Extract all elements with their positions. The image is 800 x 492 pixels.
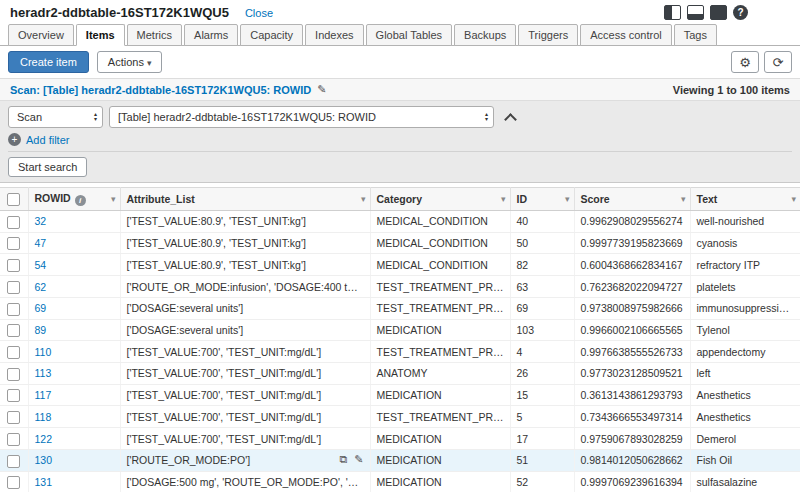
row-checkbox-cell [0,276,28,298]
rowid-link[interactable]: 130 [35,454,53,466]
rowid-cell: 89 [28,319,120,341]
column-header-category[interactable]: Category▾ [370,188,510,211]
copy-icon[interactable]: ⧉ [339,453,347,465]
row-checkbox-cell [0,297,28,319]
refresh-button[interactable]: ⟳ [764,51,792,73]
split-panel-icon[interactable] [664,5,681,20]
items-table: ROWIDi▾ Attribute_List▾ Category▾ ID▾ Sc… [0,187,800,492]
tab-tags[interactable]: Tags [674,24,717,46]
tab-global-tables[interactable]: Global Tables [366,24,452,46]
column-caret-icon: ▾ [111,194,116,204]
rowid-link[interactable]: 47 [35,237,47,249]
edit-pencil-icon[interactable]: ✎ [354,453,363,465]
table-row[interactable]: 110['TEST_VALUE:700', 'TEST_UNIT:mg/dL']… [0,341,800,363]
rowid-link[interactable]: 54 [35,259,47,271]
text-cell: appendectomy [690,341,800,363]
row-checkbox[interactable] [7,411,20,424]
rowid-link[interactable]: 117 [35,389,52,401]
rowid-link[interactable]: 69 [35,302,47,314]
attribute-list-value: ['ROUTE_OR_MODE:PO'] [127,454,251,466]
help-icon[interactable]: ? [733,5,748,20]
rowid-link[interactable]: 122 [35,433,53,445]
start-search-button[interactable]: Start search [8,157,87,177]
bottom-panel-icon[interactable] [687,5,704,20]
table-row[interactable]: 113['TEST_VALUE:700', 'TEST_UNIT:mg/dL']… [0,363,800,385]
id-cell: 52 [510,471,574,492]
create-item-button[interactable]: Create item [8,51,89,73]
tab-backups[interactable]: Backups [454,24,516,46]
text-cell: well-nourished [690,211,800,233]
row-checkbox[interactable] [7,324,20,337]
column-header-score[interactable]: Score▾ [574,188,690,211]
table-row[interactable]: 131['DOSAGE:500 mg', 'ROUTE_OR_MODE:PO',… [0,471,800,492]
row-checkbox[interactable] [7,368,20,381]
table-row[interactable]: 62['ROUTE_OR_MODE:infusion', 'DOSAGE:400… [0,276,800,298]
actions-button[interactable]: Actions▾ [97,51,163,73]
collapse-chevron-icon[interactable] [504,113,517,126]
row-checkbox[interactable] [7,476,20,489]
attribute-list-cell: ['DOSAGE:several units'] [120,297,370,319]
table-row[interactable]: 122['TEST_VALUE:700', 'TEST_UNIT:mg/dL']… [0,428,800,450]
score-cell: 0.9966002106665565 [574,319,690,341]
rowid-link[interactable]: 118 [35,411,52,423]
tab-alarms[interactable]: Alarms [184,24,238,46]
operation-select[interactable]: Scan ▴▾ [8,106,103,128]
tab-items[interactable]: Items [76,24,125,46]
table-row[interactable]: 89['DOSAGE:several units']MEDICATION1030… [0,319,800,341]
rowid-link[interactable]: 110 [35,346,52,358]
table-row[interactable]: 118['TEST_VALUE:700', 'TEST_UNIT:mg/dL']… [0,406,800,428]
tab-overview[interactable]: Overview [8,24,74,46]
rowid-link[interactable]: 32 [35,215,47,227]
target-select[interactable]: [Table] heradr2-ddbtable-16ST172K1WQU5: … [109,106,494,128]
table-row[interactable]: 117['TEST_VALUE:700', 'TEST_UNIT:mg/dL']… [0,384,800,406]
table-row[interactable]: 54['TEST_VALUE:80.9', 'TEST_UNIT:kg']MED… [0,254,800,276]
tab-capacity[interactable]: Capacity [240,24,303,46]
attribute-list-cell: ['TEST_VALUE:700', 'TEST_UNIT:mg/dL'] [120,406,370,428]
scan-title: Scan: [Table] heradr2-ddbtable-16ST172K1… [10,84,311,96]
row-checkbox[interactable] [7,346,20,359]
rowid-link[interactable]: 62 [35,281,47,293]
rowid-link[interactable]: 131 [35,476,53,488]
tab-triggers[interactable]: Triggers [518,24,578,46]
add-filter-link[interactable]: Add filter [26,134,69,146]
tab-indexes[interactable]: Indexes [305,24,364,46]
row-checkbox[interactable] [7,455,20,468]
full-panel-icon[interactable] [710,5,727,20]
rowid-link[interactable]: 113 [35,367,52,379]
row-checkbox[interactable] [7,433,20,446]
row-checkbox[interactable] [7,216,20,229]
rowid-link[interactable]: 89 [35,324,47,336]
row-checkbox[interactable] [7,237,20,250]
row-checkbox[interactable] [7,281,20,294]
category-cell: MEDICATION [370,471,510,492]
category-cell: TEST_TREATMENT_PROCEDURE [370,406,510,428]
add-filter-icon: + [8,133,21,146]
column-header-rowid[interactable]: ROWIDi▾ [28,188,120,211]
settings-button[interactable]: ⚙ [731,51,759,73]
table-row[interactable]: 47['TEST_VALUE:80.9', 'TEST_UNIT:kg']MED… [0,232,800,254]
refresh-icon: ⟳ [773,55,784,70]
tab-metrics[interactable]: Metrics [127,24,182,46]
id-cell: 50 [510,232,574,254]
tab-access-control[interactable]: Access control [580,24,672,46]
row-checkbox[interactable] [7,259,20,272]
edit-pencil-icon[interactable]: ✎ [317,83,326,96]
attribute-list-cell: ['TEST_VALUE:700', 'TEST_UNIT:mg/dL'] [120,428,370,450]
rowid-cell: 117 [28,384,120,406]
row-checkbox[interactable] [7,389,20,402]
table-row[interactable]: 69['DOSAGE:several units']TEST_TREATMENT… [0,297,800,319]
table-row[interactable]: 130['ROUTE_OR_MODE:PO']⧉✎MEDICATION510.9… [0,449,800,471]
select-all-checkbox[interactable] [7,193,20,206]
score-cell: 0.9997739195823669 [574,232,690,254]
column-header-attribute-list[interactable]: Attribute_List▾ [120,188,370,211]
id-cell: 17 [510,428,574,450]
close-link[interactable]: Close [245,7,273,19]
top-bar: heradr2-ddbtable-16ST172K1WQU5 Close ? [0,0,800,23]
table-row[interactable]: 32['TEST_VALUE:80.9', 'TEST_UNIT:kg']MED… [0,211,800,233]
attribute-list-value: ['TEST_VALUE:700', 'TEST_UNIT:mg/dL'] [127,411,322,423]
add-filter-row: + Add filter [8,133,792,152]
column-header-id[interactable]: ID▾ [510,188,574,211]
row-checkbox[interactable] [7,303,20,316]
column-header-text[interactable]: Text▾ [690,188,800,211]
info-icon[interactable]: i [75,195,86,206]
